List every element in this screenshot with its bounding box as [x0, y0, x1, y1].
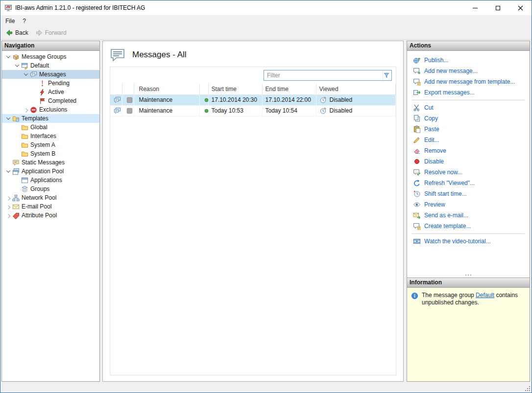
forward-button[interactable]: Forward	[33, 28, 71, 38]
publish-icon	[413, 56, 421, 64]
minimize-button[interactable]	[464, 0, 486, 15]
action-remove[interactable]: Remove	[407, 145, 530, 156]
back-arrow-icon	[5, 29, 13, 37]
create-template-icon	[413, 222, 421, 230]
sidebar-item-attribute-pool[interactable]: Attribute Pool	[2, 211, 99, 220]
action-disable[interactable]: Disable	[407, 156, 530, 167]
chevron-none	[31, 97, 38, 104]
pending-icon	[39, 80, 46, 87]
chevron-expanded-icon[interactable]	[23, 71, 29, 78]
information-message: The message group Default contains unpub…	[422, 292, 526, 306]
window-title: IBI-aws Admin 1.21.0 - registered for IB…	[15, 4, 145, 11]
table-header-row: Reason Start time End time Viewed	[110, 84, 396, 94]
sidebar-item-pending[interactable]: Pending	[2, 79, 99, 88]
app-window: IBI-aws Admin 1.21.0 - registered for IB…	[0, 0, 532, 393]
sidebar-item-network-pool[interactable]: Network Pool	[2, 193, 99, 202]
video-tutorial-icon	[413, 237, 421, 245]
chevron-collapsed-icon[interactable]	[5, 194, 12, 201]
maximize-button[interactable]	[486, 0, 509, 15]
message-icon	[114, 107, 121, 115]
actions-panel: Actions Publish... Add new message... Ad…	[407, 41, 530, 278]
column-header-status	[199, 84, 208, 94]
chevron-collapsed-icon[interactable]	[5, 203, 12, 210]
table-empty-space	[110, 116, 396, 375]
menu-file[interactable]: File	[1, 15, 19, 26]
chevron-expanded-icon[interactable]	[14, 62, 21, 69]
actions-panel-header: Actions	[407, 41, 530, 51]
action-add-new-message-from-template[interactable]: Add new message from template...	[407, 76, 530, 87]
action-export-messages[interactable]: Export messages...	[407, 87, 530, 98]
sidebar-item-global[interactable]: Global	[2, 123, 99, 132]
toolbar: Back Forward	[0, 26, 532, 40]
action-preview[interactable]: Preview	[407, 199, 530, 210]
messages-table-area: Reason Start time End time Viewed Mainte…	[110, 67, 396, 375]
information-content: The message group Default contains unpub…	[407, 288, 530, 381]
information-panel-header: Information	[407, 278, 530, 288]
filter-input-wrapper	[264, 70, 392, 81]
column-header-viewed[interactable]: Viewed	[316, 84, 396, 94]
sidebar-item-exclusions[interactable]: Exclusions	[2, 105, 99, 114]
resolve-icon	[413, 168, 421, 176]
cut-icon	[413, 104, 421, 112]
menu-help[interactable]: ?	[19, 15, 30, 26]
groups-icon	[21, 185, 28, 193]
sidebar-item-default[interactable]: Default	[2, 61, 99, 70]
chevron-none	[5, 159, 12, 166]
sidebar-item-messages[interactable]: Messages	[2, 70, 99, 79]
application-pool-icon	[12, 168, 20, 175]
sidebar-item-completed[interactable]: Completed	[2, 96, 99, 105]
sidebar-item-email-pool[interactable]: E-mail Pool	[2, 202, 99, 211]
action-add-new-message[interactable]: Add new message...	[407, 66, 530, 76]
forward-arrow-icon	[35, 29, 43, 37]
action-resolve-now[interactable]: Resolve now...	[407, 167, 530, 178]
preview-icon	[413, 201, 421, 208]
sidebar-item-applications[interactable]: Applications	[2, 176, 99, 185]
column-header-end-time[interactable]: End time	[262, 84, 316, 94]
message-state-icon	[126, 96, 133, 104]
page-title: Messages - All	[132, 50, 187, 60]
action-edit[interactable]: Edit...	[407, 135, 530, 145]
action-paste[interactable]: Paste	[407, 124, 530, 135]
action-publish[interactable]: Publish...	[407, 55, 530, 66]
chevron-expanded-icon[interactable]	[5, 53, 12, 60]
default-group-link[interactable]: Default	[476, 292, 494, 299]
panel-splitter-handle[interactable]	[407, 273, 530, 277]
viewed-clock-icon	[319, 107, 327, 115]
action-cut[interactable]: Cut	[407, 102, 530, 113]
edit-icon	[413, 136, 421, 144]
sidebar-item-interfaces[interactable]: Interfaces	[2, 132, 99, 140]
action-send-as-email[interactable]: Send as e-mail...	[407, 210, 530, 221]
action-shift-start-time[interactable]: Shift start time...	[407, 188, 530, 199]
sidebar-item-active[interactable]: Active	[2, 88, 99, 96]
chevron-collapsed-icon[interactable]	[23, 106, 29, 113]
back-button[interactable]: Back	[3, 28, 32, 38]
sidebar-item-templates[interactable]: Templates	[2, 114, 99, 123]
chevron-expanded-icon[interactable]	[5, 168, 12, 175]
action-copy[interactable]: Copy	[407, 113, 530, 124]
chevron-none	[14, 185, 21, 192]
messages-header-icon	[110, 48, 125, 62]
action-refresh-viewed[interactable]: Refresh "Viewed"...	[407, 178, 530, 188]
close-button[interactable]	[509, 0, 532, 15]
sidebar-item-system-a[interactable]: System A	[2, 140, 99, 149]
sidebar-item-application-pool[interactable]: Application Pool	[2, 167, 99, 176]
resize-grip[interactable]	[524, 385, 531, 392]
table-row[interactable]: Maintenance Today 10:53 Today 10:54 Disa…	[110, 105, 396, 116]
main-header: Messages - All	[103, 41, 403, 67]
column-header-start-time[interactable]: Start time	[208, 84, 262, 94]
table-row[interactable]: Maintenance 17.10.2014 20:30 17.10.2014 …	[110, 94, 396, 105]
sidebar-item-groups[interactable]: Groups	[2, 185, 99, 193]
chevron-none	[31, 89, 38, 95]
chevron-collapsed-icon[interactable]	[5, 212, 12, 219]
navigation-panel-header: Navigation	[2, 41, 99, 51]
filter-funnel-icon[interactable]	[383, 71, 391, 79]
filter-input[interactable]	[264, 72, 383, 79]
chevron-expanded-icon[interactable]	[5, 115, 12, 122]
action-create-template[interactable]: Create template...	[407, 221, 530, 231]
sidebar-item-message-groups[interactable]: Message Groups	[2, 52, 99, 61]
action-watch-video-tutorial[interactable]: Watch the video-tutorial...	[407, 236, 530, 247]
sidebar-item-static-messages[interactable]: Static Messages	[2, 158, 99, 167]
column-header-reason[interactable]: Reason	[134, 84, 199, 94]
exclusions-icon	[30, 106, 37, 114]
sidebar-item-system-b[interactable]: System B	[2, 149, 99, 158]
